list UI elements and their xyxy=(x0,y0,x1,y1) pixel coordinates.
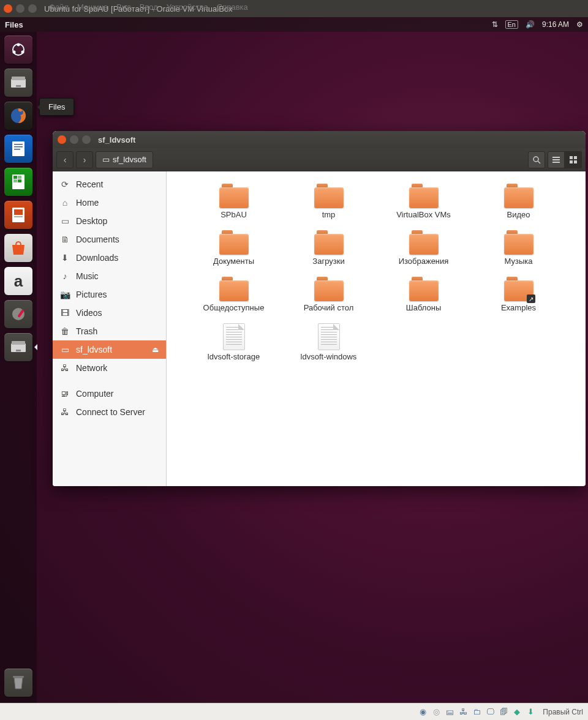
item-label: ldvsoft-windows xyxy=(301,352,357,361)
launcher-firefox[interactable] xyxy=(3,100,34,131)
svg-point-3 xyxy=(21,51,24,54)
vm-rec-icon[interactable]: ◆ xyxy=(512,707,522,717)
launcher-trash[interactable] xyxy=(3,667,34,698)
window-maximize-button[interactable] xyxy=(82,135,91,144)
folder-item[interactable]: SPbAU xyxy=(186,181,281,222)
launcher-writer[interactable] xyxy=(3,133,34,164)
sidebar-item-trash[interactable]: 🗑Trash xyxy=(53,322,166,340)
place-icon: ♪ xyxy=(60,271,70,281)
eject-icon[interactable]: ⏏ xyxy=(152,345,159,354)
item-label: Шаблоны xyxy=(406,303,442,312)
svg-rect-23 xyxy=(12,341,25,345)
launcher-impress[interactable] xyxy=(3,200,34,230)
svg-rect-11 xyxy=(14,149,20,150)
list-view-button[interactable] xyxy=(548,151,565,168)
sidebar-item-downloads[interactable]: ⬇Downloads xyxy=(53,249,166,267)
folder-item[interactable]: tmp xyxy=(281,181,376,222)
session-indicator-icon[interactable]: ⚙ xyxy=(576,20,583,29)
sidebar-item-computer[interactable]: 🖳Computer xyxy=(53,384,166,403)
file-item[interactable]: ldvsoft-storage xyxy=(186,321,281,364)
sidebar-item-network[interactable]: 🖧Network xyxy=(53,359,166,377)
vm-net-icon[interactable]: 🖧 xyxy=(458,707,468,717)
launcher-calc[interactable] xyxy=(3,167,34,197)
folder-item[interactable]: Документы xyxy=(186,228,281,268)
launcher-settings[interactable] xyxy=(3,299,34,329)
place-icon: 🎞 xyxy=(60,308,70,318)
sidebar-item-desktop[interactable]: ▭Desktop xyxy=(53,212,166,230)
sidebar-item-label: Desktop xyxy=(76,216,107,226)
window-minimize-button[interactable] xyxy=(70,135,78,144)
vm-hdd-icon[interactable]: ◉ xyxy=(418,707,428,717)
vm-display-icon[interactable]: 🖵 xyxy=(485,707,495,717)
sidebar-item-videos[interactable]: 🎞Videos xyxy=(53,304,166,322)
svg-point-26 xyxy=(533,157,538,162)
vm-mouse-icon[interactable]: ⬇ xyxy=(526,707,535,717)
sidebar-item-documents[interactable]: 🗎Documents xyxy=(53,230,166,249)
svg-rect-9 xyxy=(14,144,23,145)
folder-item[interactable]: Общедоступные xyxy=(186,274,281,315)
file-item[interactable]: ldvsoft-windows xyxy=(281,321,376,364)
item-label: tmp xyxy=(322,210,336,219)
folder-icon xyxy=(219,230,249,255)
path-segment[interactable]: ▭ sf_ldvsoft xyxy=(96,151,153,168)
sidebar-item-recent[interactable]: ⟳Recent xyxy=(53,175,166,193)
folder-icon xyxy=(409,184,439,208)
launcher-dash[interactable] xyxy=(3,34,34,65)
folder-item[interactable]: VirtualBox VMs xyxy=(376,181,471,222)
vm-menu-help[interactable]: Справка xyxy=(217,2,248,12)
search-button[interactable] xyxy=(528,151,545,168)
sidebar-item-connect-to-server[interactable]: 🖧Connect to Server xyxy=(53,403,166,421)
text-file-icon xyxy=(318,323,340,350)
place-icon: 🖧 xyxy=(60,407,70,417)
vm-menu-devices[interactable]: Устройства xyxy=(167,2,208,12)
vm-clip-icon[interactable]: 🗐 xyxy=(499,707,508,717)
vm-minimize-button[interactable] xyxy=(16,4,24,13)
grid-view-button[interactable] xyxy=(565,151,582,168)
window-close-button[interactable] xyxy=(58,135,66,144)
folder-item[interactable]: Изображения xyxy=(376,228,471,268)
folder-icon: ↗ xyxy=(504,277,533,301)
sidebar-item-pictures[interactable]: 📷Pictures xyxy=(53,285,166,304)
icon-view[interactable]: SPbAUtmpVirtualBox VMsВидеоДокументыЗагр… xyxy=(167,171,586,486)
folder-icon xyxy=(504,230,533,255)
sidebar-item-music[interactable]: ♪Music xyxy=(53,267,166,285)
vm-menu-view[interactable]: Вид xyxy=(116,2,131,12)
panel-app-name[interactable]: Files xyxy=(5,20,23,29)
vm-menu: Файл Машина Вид Ввод Устройства Справка xyxy=(49,2,248,12)
launcher-files-2[interactable] xyxy=(3,332,34,362)
sidebar-item-label: Recent xyxy=(76,179,103,189)
vm-shared-icon[interactable]: 🗀 xyxy=(472,707,481,717)
svg-rect-25 xyxy=(13,676,24,678)
svg-rect-13 xyxy=(13,176,17,179)
vm-maximize-button[interactable] xyxy=(28,4,37,13)
vm-menu-machine[interactable]: Машина xyxy=(77,2,108,12)
folder-item[interactable]: Загрузки xyxy=(281,228,376,268)
folder-item[interactable]: Рабочий стол xyxy=(281,274,376,315)
nautilus-titlebar[interactable]: sf_ldvsoft xyxy=(53,131,586,148)
launcher-software[interactable] xyxy=(3,233,34,263)
sidebar-item-label: Videos xyxy=(76,308,102,318)
forward-button[interactable]: › xyxy=(76,151,93,168)
back-button[interactable]: ‹ xyxy=(56,151,74,168)
vm-close-button[interactable] xyxy=(4,4,12,13)
ubuntu-desktop: Files ⇅ En 🔊 9:16 AM ⚙ a Files sf_ldvsof… xyxy=(0,17,588,703)
launcher-files-1[interactable] xyxy=(3,67,34,98)
item-label: Рабочий стол xyxy=(304,303,354,312)
sidebar-item-home[interactable]: ⌂Home xyxy=(53,193,166,212)
vm-cd-icon[interactable]: ◎ xyxy=(431,707,441,717)
folder-item[interactable]: Шаблоны xyxy=(376,274,471,315)
folder-item[interactable]: Музыка xyxy=(471,228,566,268)
item-label: Загрузки xyxy=(312,257,344,266)
folder-item[interactable]: Видео xyxy=(471,181,566,222)
network-indicator-icon[interactable]: ⇅ xyxy=(492,20,498,29)
sidebar-item-sf_ldvsoft[interactable]: ▭sf_ldvsoft⏏ xyxy=(53,340,166,359)
keyboard-indicator[interactable]: En xyxy=(505,20,518,29)
place-icon: ⌂ xyxy=(60,198,70,208)
vm-menu-file[interactable]: Файл xyxy=(49,2,69,12)
vm-menu-input[interactable]: Ввод xyxy=(140,2,158,12)
vm-usb-icon[interactable]: 🖴 xyxy=(445,707,454,717)
sound-indicator-icon[interactable]: 🔊 xyxy=(526,20,535,29)
clock[interactable]: 9:16 AM xyxy=(542,20,569,29)
folder-item[interactable]: ↗Examples xyxy=(471,274,566,315)
launcher-amazon[interactable]: a xyxy=(3,266,34,296)
